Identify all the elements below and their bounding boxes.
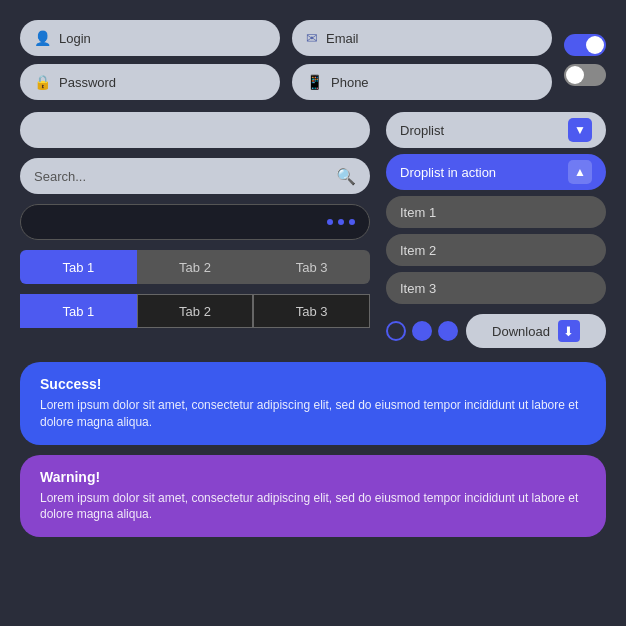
tab-1-row1[interactable]: Tab 1 <box>20 250 137 284</box>
right-panel: Droplist ▼ Droplist in action ▲ Item 1 I… <box>386 112 606 348</box>
droplist-item-2[interactable]: Item 2 <box>386 234 606 266</box>
droplist-button[interactable]: Droplist ▼ <box>386 112 606 148</box>
search-icon: 🔍 <box>336 167 356 186</box>
success-alert: Success! Lorem ipsum dolor sit amet, con… <box>20 362 606 445</box>
warning-alert: Warning! Lorem ipsum dolor sit amet, con… <box>20 455 606 538</box>
radio-2[interactable] <box>412 321 432 341</box>
password-label: Password <box>59 75 116 90</box>
search-bar[interactable]: Search... 🔍 <box>20 158 370 194</box>
dots-group <box>327 219 355 225</box>
dot-2 <box>338 219 344 225</box>
tab-1-row2[interactable]: Tab 1 <box>20 294 137 328</box>
tab-2-row1[interactable]: Tab 2 <box>137 250 254 284</box>
email-field[interactable]: ✉ Email <box>292 20 552 56</box>
download-button[interactable]: Download ⬇ <box>466 314 606 348</box>
success-text: Lorem ipsum dolor sit amet, consectetur … <box>40 397 586 431</box>
tabs-row-1: Tab 1 Tab 2 Tab 3 <box>20 250 370 284</box>
dot-3 <box>349 219 355 225</box>
main-section: Search... 🔍 Tab 1 Tab 2 Tab 3 Tab 1 Tab … <box>20 112 606 348</box>
text-bar[interactable] <box>20 112 370 148</box>
download-icon: ⬇ <box>558 320 580 342</box>
toggle-1-knob <box>586 36 604 54</box>
tab-3-row2[interactable]: Tab 3 <box>253 294 370 328</box>
search-placeholder: Search... <box>34 169 86 184</box>
form-section: 👤 Login 🔒 Password ✉ Email 📱 Phone <box>20 20 606 100</box>
user-icon: 👤 <box>34 30 51 46</box>
phone-icon: 📱 <box>306 74 323 90</box>
toggle-2[interactable] <box>564 64 606 86</box>
download-label: Download <box>492 324 550 339</box>
droplist-active-label: Droplist in action <box>400 165 496 180</box>
chevron-down-icon: ▼ <box>568 118 592 142</box>
right-form-col: ✉ Email 📱 Phone <box>292 20 552 100</box>
toggle-2-knob <box>566 66 584 84</box>
droplist-item-3[interactable]: Item 3 <box>386 272 606 304</box>
login-field[interactable]: 👤 Login <box>20 20 280 56</box>
droplist-active[interactable]: Droplist in action ▲ <box>386 154 606 190</box>
warning-text: Lorem ipsum dolor sit amet, consectetur … <box>40 490 586 524</box>
left-form-col: 👤 Login 🔒 Password <box>20 20 280 100</box>
email-label: Email <box>326 31 359 46</box>
download-row: Download ⬇ <box>386 314 606 348</box>
warning-title: Warning! <box>40 469 586 485</box>
lock-icon: 🔒 <box>34 74 51 90</box>
left-panel: Search... 🔍 Tab 1 Tab 2 Tab 3 Tab 1 Tab … <box>20 112 370 348</box>
tab-3-row1[interactable]: Tab 3 <box>253 250 370 284</box>
toggles-col <box>564 34 606 86</box>
password-field[interactable]: 🔒 Password <box>20 64 280 100</box>
phone-field[interactable]: 📱 Phone <box>292 64 552 100</box>
login-label: Login <box>59 31 91 46</box>
phone-label: Phone <box>331 75 369 90</box>
success-title: Success! <box>40 376 586 392</box>
tab-2-row2[interactable]: Tab 2 <box>137 294 254 328</box>
dot-1 <box>327 219 333 225</box>
email-icon: ✉ <box>306 30 318 46</box>
chevron-up-icon: ▲ <box>568 160 592 184</box>
tabs-row-2: Tab 1 Tab 2 Tab 3 <box>20 294 370 328</box>
radio-group <box>386 321 458 341</box>
dots-bar[interactable] <box>20 204 370 240</box>
alert-section: Success! Lorem ipsum dolor sit amet, con… <box>20 362 606 537</box>
radio-1[interactable] <box>386 321 406 341</box>
radio-3[interactable] <box>438 321 458 341</box>
toggle-1[interactable] <box>564 34 606 56</box>
droplist-item-1[interactable]: Item 1 <box>386 196 606 228</box>
droplist-label: Droplist <box>400 123 444 138</box>
